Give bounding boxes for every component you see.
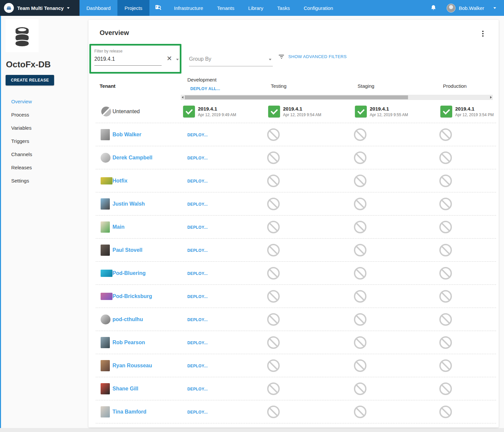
tenant-name-link[interactable]: Rob Pearson: [112, 340, 145, 346]
blocked-icon: [354, 221, 366, 233]
nav-tab-dashboard[interactable]: Dashboard: [79, 0, 117, 16]
user-name[interactable]: Bob.Walker: [459, 5, 484, 11]
tenant-name-link[interactable]: Pod-Bricksburg: [112, 293, 152, 299]
deploy-all-link[interactable]: DEPLOY ALL...: [190, 86, 220, 91]
tenant-avatar: [101, 221, 110, 233]
project-title: OctoFx-DB: [6, 59, 51, 70]
blocked-icon: [267, 175, 280, 187]
tenant-row: Tina Bamford DEPLOY...: [88, 400, 499, 423]
release-filter-caret-icon[interactable]: [176, 59, 179, 60]
scroll-right-arrow-icon[interactable]: [490, 96, 492, 99]
nav-right-cluster: Bob.Walker: [430, 0, 504, 16]
deploy-link[interactable]: DEPLOY...: [187, 294, 208, 299]
deployment-cell[interactable]: 2019.4.1 Apr 12, 2019 9:55 AM: [355, 100, 441, 123]
create-release-button[interactable]: CREATE RELEASE: [6, 75, 54, 85]
project-logo: [6, 19, 39, 52]
filter-icon: [279, 55, 284, 59]
tenant-row: Ryan Rousseau DEPLOY...: [88, 354, 499, 377]
sidebar-item-variables[interactable]: Variables: [1, 121, 83, 135]
tenant-name-link[interactable]: Shane Gill: [112, 386, 138, 392]
database-icon: [11, 25, 33, 47]
team-caret-icon: [67, 7, 70, 9]
show-advanced-filters-link[interactable]: SHOW ADVANCED FILTERS: [279, 54, 347, 59]
blocked-icon: [439, 198, 452, 210]
nav-tab-tenants[interactable]: Tenants: [210, 0, 241, 16]
horizontal-scrollbar[interactable]: [181, 95, 493, 100]
clear-filter-icon[interactable]: ✕: [167, 54, 172, 62]
blocked-icon: [267, 290, 280, 303]
tenant-name-link[interactable]: Derek Campbell: [112, 155, 152, 161]
scroll-left-arrow-icon[interactable]: [182, 96, 183, 99]
sidebar-item-releases[interactable]: Releases: [1, 161, 83, 174]
deploy-link[interactable]: DEPLOY...: [187, 364, 208, 368]
deploy-link[interactable]: DEPLOY...: [187, 387, 208, 391]
deploy-link[interactable]: DEPLOY...: [187, 179, 208, 183]
deploy-link[interactable]: DEPLOY...: [187, 410, 208, 415]
success-check-icon: [355, 106, 367, 117]
tenant-name-link[interactable]: Paul Stovell: [112, 247, 142, 253]
deploy-link[interactable]: DEPLOY...: [187, 156, 208, 160]
deploy-link[interactable]: DEPLOY...: [187, 317, 208, 322]
tenant-name-link[interactable]: Pod-Bluering: [112, 270, 145, 276]
success-check-icon: [183, 106, 195, 117]
user-avatar[interactable]: [447, 4, 456, 13]
nav-search-button[interactable]: [149, 0, 167, 16]
blocked-icon: [267, 406, 280, 418]
user-menu-caret-icon[interactable]: [493, 7, 496, 9]
deploy-link[interactable]: DEPLOY...: [187, 271, 208, 276]
nav-tab-library[interactable]: Library: [241, 0, 270, 16]
nav-tab-tasks[interactable]: Tasks: [270, 0, 297, 16]
team-switcher[interactable]: Team Multi Tenancy: [0, 0, 79, 16]
tenant-row: Main DEPLOY...: [88, 216, 499, 239]
group-by-select[interactable]: Group By: [189, 56, 273, 66]
tenant-name-link[interactable]: pod-cthulhu: [112, 316, 143, 322]
deployment-cell[interactable]: 2019.4.1 Apr 12, 2019 9:54 AM: [268, 100, 354, 123]
sidebar-nav: OverviewProcessVariablesTriggersChannels…: [1, 95, 83, 187]
deploy-link[interactable]: DEPLOY...: [187, 133, 208, 137]
blocked-icon: [439, 406, 452, 418]
deployment-version: 2019.4.1: [370, 106, 408, 112]
nav-tab-configuration[interactable]: Configuration: [297, 0, 340, 16]
tenant-avatar: [101, 177, 112, 184]
tenant-name-link[interactable]: Main: [112, 224, 124, 230]
sidebar-item-process[interactable]: Process: [1, 108, 83, 121]
tenant-avatar: [101, 406, 110, 417]
group-by-caret-icon: [269, 59, 271, 60]
deploy-link[interactable]: DEPLOY...: [187, 225, 208, 230]
tenant-avatar: [101, 315, 110, 324]
deploy-link[interactable]: DEPLOY...: [187, 202, 208, 207]
untenanted-icon: [101, 107, 111, 116]
release-filter-input[interactable]: 2019.4.1: [94, 56, 162, 66]
deployment-cell[interactable]: 2019.4.1 Apr 12, 2019 3:54 PM: [440, 100, 500, 123]
sidebar-item-settings[interactable]: Settings: [1, 174, 83, 187]
tenant-name-link[interactable]: Hotfix: [112, 178, 127, 184]
deploy-link[interactable]: DEPLOY...: [187, 248, 208, 253]
nav-tab-infrastructure[interactable]: Infrastructure: [167, 0, 210, 16]
tenant-name-link[interactable]: Bob Walker: [112, 132, 141, 138]
tenant-row: Paul Stovell DEPLOY...: [88, 239, 499, 262]
scrollbar-thumb[interactable]: [185, 95, 408, 99]
nav-tabs-left: DashboardProjects: [79, 0, 149, 16]
column-header-tenant: Tenant: [100, 83, 115, 89]
tenant-name-link[interactable]: Justin Walsh: [112, 201, 145, 207]
sidebar-item-channels[interactable]: Channels: [1, 148, 83, 161]
deployment-cell[interactable]: 2019.4.1 Apr 12, 2019 9:49 AM: [183, 100, 269, 123]
release-filter-field[interactable]: Filter by release 2019.4.1: [94, 49, 162, 66]
sidebar-item-overview[interactable]: Overview: [1, 95, 83, 108]
deploy-link[interactable]: DEPLOY...: [187, 341, 208, 345]
tenant-row: Shane Gill DEPLOY...: [88, 377, 499, 400]
sidebar-item-triggers[interactable]: Triggers: [1, 135, 83, 148]
tenant-name-link[interactable]: Ryan Rousseau: [112, 363, 152, 369]
tenant-rows: Untenanted 2019.4.1 Apr 12, 2019 9:49 AM…: [88, 100, 499, 423]
blocked-icon: [354, 290, 366, 303]
blocked-icon: [267, 313, 280, 326]
blocked-icon: [354, 244, 366, 256]
overflow-menu-icon[interactable]: [482, 29, 484, 38]
tenant-name-link[interactable]: Tina Bamford: [112, 409, 146, 415]
success-check-icon: [440, 106, 452, 117]
notifications-bell-icon[interactable]: [430, 5, 437, 11]
blocked-icon: [439, 359, 452, 372]
tenant-avatar: [101, 360, 110, 371]
nav-tab-projects[interactable]: Projects: [117, 0, 149, 16]
blocked-icon: [439, 313, 452, 326]
